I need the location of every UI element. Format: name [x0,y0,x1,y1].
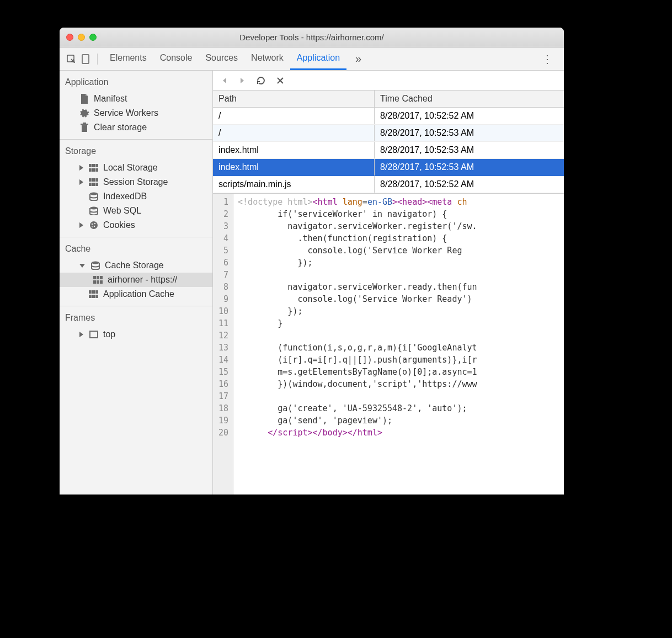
svg-point-20 [92,224,93,225]
sidebar-item-service-workers[interactable]: Service Workers [60,106,212,120]
line-number: 10 [218,305,228,317]
sidebar-item-cache-storage[interactable]: Cache Storage [60,258,212,273]
tab-application[interactable]: Application [290,49,346,70]
svg-point-21 [94,223,95,224]
sidebar-item-session-storage[interactable]: Session Storage [60,175,212,189]
svg-rect-14 [89,183,92,186]
devtools-tabbar: ElementsConsoleSourcesNetworkApplication… [60,47,564,71]
svg-point-18 [90,207,98,210]
svg-rect-30 [100,280,103,284]
cell-time: 8/28/2017, 10:52:53 AM [375,159,564,176]
svg-rect-9 [92,168,95,172]
code-line: (function(i,s,o,g,r,a,m){i['GoogleAnalyt [238,342,477,354]
table-row[interactable]: index.html8/28/2017, 10:52:53 AM [213,159,564,176]
table-row[interactable]: /8/28/2017, 10:52:53 AM [213,125,564,142]
line-number: 12 [218,329,228,342]
line-number: 16 [218,378,228,390]
svg-rect-13 [95,178,98,182]
svg-rect-26 [97,276,99,279]
sidebar-item-label: Service Workers [94,108,158,118]
sidebar-item-label: top [103,329,115,339]
kebab-menu-button[interactable]: ⋮ [536,52,558,66]
svg-rect-15 [92,183,95,186]
svg-point-19 [90,221,98,229]
line-number: 7 [218,269,228,281]
nav-back-icon[interactable] [221,77,228,84]
cookie-icon [89,220,99,230]
section-title: Cache [60,237,212,258]
code-line: })(window,document,'script','https://www [238,378,477,390]
svg-rect-28 [93,280,96,284]
svg-rect-27 [100,276,103,279]
inspect-element-icon[interactable] [65,53,77,65]
chevron-right-icon [79,165,83,171]
svg-point-17 [90,193,98,195]
refresh-icon[interactable] [256,76,266,86]
tab-elements[interactable]: Elements [103,49,153,70]
sidebar-item-label: airhorner - https:// [108,275,177,285]
table-row[interactable]: index.html8/28/2017, 10:52:53 AM [213,142,564,159]
db-icon [89,206,99,216]
svg-rect-4 [83,123,86,124]
minimize-window-button[interactable] [78,34,85,41]
traffic-lights [66,34,97,41]
sidebar-item-indexeddb[interactable]: IndexedDB [60,189,212,204]
section-title: Frames [60,306,212,327]
section-title: Application [60,71,212,92]
tab-network[interactable]: Network [244,49,290,70]
code-line: .then(function(registration) { [238,232,477,244]
tab-sources[interactable]: Sources [199,49,244,70]
maximize-window-button[interactable] [89,34,97,41]
sidebar-item-manifest[interactable]: Manifest [60,92,212,106]
grid-icon [89,289,99,299]
chevron-down-icon [79,264,85,268]
chevron-right-icon [79,222,83,228]
table-row[interactable]: /8/28/2017, 10:52:52 AM [213,108,564,125]
code-line: (i[r].q=i[r].q||[]).push(arguments)},i[r [238,354,477,366]
sidebar-item-cookies[interactable]: Cookies [60,218,212,232]
cell-time: 8/28/2017, 10:52:52 AM [375,108,564,125]
svg-rect-10 [95,168,98,172]
code-line: ga('create', 'UA-59325548-2', 'auto'); [238,402,477,414]
tab-console[interactable]: Console [153,49,199,70]
gear-icon [79,108,89,118]
device-toolbar-icon[interactable] [79,53,92,65]
line-number: 18 [218,402,228,414]
svg-rect-12 [92,178,95,182]
svg-point-24 [92,262,99,264]
code-line: m=s.getElementsByTagName(o)[0];a.async=1 [238,366,477,378]
sidebar-item-local-storage[interactable]: Local Storage [60,161,212,175]
nav-forward-icon[interactable] [238,77,246,84]
sidebar-item-airhorner-https[interactable]: airhorner - https:// [60,273,212,287]
table-row[interactable]: scripts/main.min.js8/28/2017, 10:52:52 A… [213,176,564,193]
line-number: 11 [218,317,228,329]
svg-point-22 [94,226,95,227]
line-number: 3 [218,220,228,232]
cell-path: index.html [213,142,375,159]
svg-rect-11 [89,178,92,182]
delete-icon[interactable] [276,76,285,85]
sidebar-item-web-sql[interactable]: Web SQL [60,204,212,218]
sidebar-item-application-cache[interactable]: Application Cache [60,287,212,301]
cell-path: / [213,125,375,142]
svg-rect-34 [89,295,92,298]
svg-rect-37 [90,331,98,338]
svg-rect-7 [95,164,98,167]
sidebar-item-top[interactable]: top [60,327,212,342]
line-number: 6 [218,257,228,269]
col-path[interactable]: Path [213,91,375,108]
svg-rect-35 [92,295,95,298]
trash-icon [79,123,89,132]
line-number: 17 [218,390,228,402]
grid-icon [93,275,103,285]
svg-rect-2 [82,125,87,132]
sidebar-item-clear-storage[interactable]: Clear storage [60,120,212,135]
chevron-right-icon [79,332,83,337]
more-tabs-button[interactable]: » [349,52,368,65]
main-panel: Path Time Cached /8/28/2017, 10:52:52 AM… [213,71,564,495]
cell-path: / [213,108,375,125]
titlebar: Developer Tools - https://airhorner.com/ [60,28,564,47]
col-time-cached[interactable]: Time Cached [375,91,564,108]
sidebar-item-label: Manifest [94,94,127,104]
close-window-button[interactable] [66,34,73,41]
